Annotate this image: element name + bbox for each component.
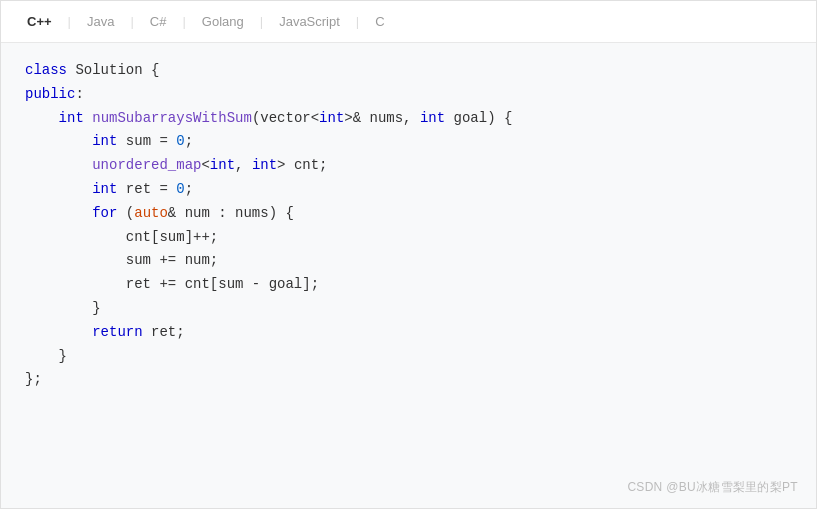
kw-int-sum: int [92, 130, 117, 154]
tab-cpp[interactable]: C++ [13, 4, 66, 39]
kw-int-vec: int [319, 107, 344, 131]
main-container: C++ | Java | C# | Golang | JavaScript | … [0, 0, 817, 509]
kw-public: public [25, 83, 75, 107]
tab-bar: C++ | Java | C# | Golang | JavaScript | … [1, 1, 816, 43]
sep-1: | [66, 14, 73, 29]
code-line-2: public: [25, 83, 792, 107]
code-area: class Solution { public: int numSubarray… [1, 43, 816, 508]
sep-4: | [258, 14, 265, 29]
code-line-11: } [25, 297, 792, 321]
num-0-ret: 0 [176, 178, 184, 202]
code-line-1: class Solution { [25, 59, 792, 83]
kw-return: return [92, 321, 142, 345]
sep-2: | [128, 14, 135, 29]
kw-int-goal: int [420, 107, 445, 131]
code-line-13: } [25, 345, 792, 369]
code-line-9: sum += num; [25, 249, 792, 273]
code-line-14: }; [25, 368, 792, 392]
code-line-12: return ret; [25, 321, 792, 345]
kw-int-map1: int [210, 154, 235, 178]
tab-java[interactable]: Java [73, 4, 128, 39]
sep-5: | [354, 14, 361, 29]
code-line-5: unordered_map<int, int> cnt; [25, 154, 792, 178]
num-0-sum: 0 [176, 130, 184, 154]
kw-int-1: int [59, 107, 84, 131]
watermark: CSDN @BU冰糖雪梨里的梨PT [627, 479, 798, 496]
tab-golang[interactable]: Golang [188, 4, 258, 39]
kw-int-ret: int [92, 178, 117, 202]
kw-int-map2: int [252, 154, 277, 178]
code-line-6: int ret = 0; [25, 178, 792, 202]
code-line-8: cnt[sum]++; [25, 226, 792, 250]
tab-c[interactable]: C [361, 4, 398, 39]
tab-javascript[interactable]: JavaScript [265, 4, 354, 39]
kw-for: for [92, 202, 117, 226]
tab-csharp[interactable]: C# [136, 4, 181, 39]
code-line-3: int numSubarraysWithSum(vector<int>& num… [25, 107, 792, 131]
kw-class: class [25, 59, 67, 83]
code-line-7: for (auto& num : nums) { [25, 202, 792, 226]
sep-3: | [180, 14, 187, 29]
code-line-10: ret += cnt[sum - goal]; [25, 273, 792, 297]
type-unordered-map: unordered_map [92, 154, 201, 178]
op-minus: - [252, 273, 260, 297]
kw-auto: auto [134, 202, 168, 226]
code-line-4: int sum = 0; [25, 130, 792, 154]
fn-name: numSubarraysWithSum [92, 107, 252, 131]
